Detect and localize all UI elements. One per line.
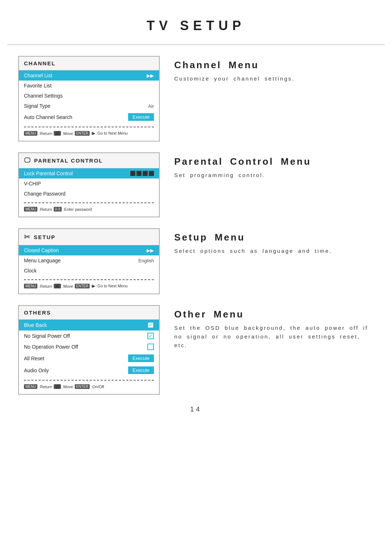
all-reset-item[interactable]: All Reset Execute [19,352,159,364]
parental-footer: MENU :Return 0-9 :Enter password [19,205,159,213]
no-signal-label: No Signal Power Off [24,333,147,339]
main-layout: CHANNEL Channel List ▶▶ Favorite List Ch… [7,56,385,395]
channel-settings-item[interactable]: Channel Settings [19,91,159,101]
vchip-label: V-CHIP [24,181,154,186]
others-desc: Other Menu Set the OSD blue background, … [174,305,374,350]
audio-only-execute[interactable]: Execute [128,366,154,374]
signal-type-label: Signal Type [24,103,148,109]
menu-language-label: Menu Language [24,258,138,263]
setup-panel: ✂ SETUP Closed Caption ▶▶ Menu Language … [18,228,160,294]
parental-label: PARENTAL CONTROL [34,157,103,164]
setup-section-row: ✂ SETUP Closed Caption ▶▶ Menu Language … [18,228,374,294]
others-footer: MENU :Return ⬛ :Move ENTER :On/Off [19,383,159,390]
page-title: TV SETUP [7,7,385,45]
vchip-item[interactable]: V-CHIP [19,178,159,189]
clock-item[interactable]: Clock [19,266,159,276]
favorite-list-item[interactable]: Favorite List [19,81,159,91]
menu-key-o: MENU [24,384,37,389]
move-key-o: ⬛ [54,384,61,389]
closed-caption-arrow: ▶▶ [147,248,154,253]
others-section-row: OTHERS Blue Back ✓ No Signal Power Off ✓… [18,305,374,395]
others-panel: OTHERS Blue Back ✓ No Signal Power Off ✓… [18,305,160,395]
setup-desc-title: Setup Menu [174,232,374,243]
channel-desc: Channel Menu Customize your channel sett… [174,56,374,83]
channel-header: CHANNEL [19,57,159,70]
others-label: OTHERS [24,309,51,316]
parental-divider [24,202,154,203]
parental-desc-text: Set programming control. [174,171,374,180]
channel-desc-title: Channel Menu [174,59,374,71]
no-signal-item[interactable]: No Signal Power Off ✓ [19,331,159,341]
lock-square-4 [149,171,154,176]
channel-section-row: CHANNEL Channel List ▶▶ Favorite List Ch… [18,56,374,141]
lock-parental-item[interactable]: Lock Parental Control [19,168,159,178]
parental-section-row: 🖵 PARENTAL CONTROL Lock Parental Control… [18,152,374,217]
menu-key-p: MENU [24,207,37,212]
lock-icons [130,171,154,176]
channel-desc-text: Customize your channel settings. [174,74,374,83]
favorite-list-label: Favorite List [24,83,154,89]
auto-channel-label: Auto Channel Search [24,114,128,120]
change-password-item[interactable]: Change Password [19,189,159,199]
channel-panel: CHANNEL Channel List ▶▶ Favorite List Ch… [18,56,160,141]
audio-only-label: Audio Only [24,368,128,373]
channel-list-arrow: ▶▶ [147,73,154,78]
channel-divider [24,127,154,127]
blue-back-label: Blue Back [24,322,147,328]
setup-desc: Setup Menu Select options such as langua… [174,228,374,255]
change-password-label: Change Password [24,191,154,197]
closed-caption-label: Closed Caption [24,247,147,253]
menu-key-s: MENU [24,284,37,288]
parental-panel: 🖵 PARENTAL CONTROL Lock Parental Control… [18,152,160,217]
all-reset-label: All Reset [24,356,128,361]
lock-parental-label: Lock Parental Control [24,171,130,176]
others-header: OTHERS [19,306,159,320]
others-desc-text: Set the OSD blue background, the auto po… [174,324,374,350]
scissors-icon: ✂ [24,233,31,241]
num-key: 0-9 [54,207,62,212]
clock-label: Clock [24,268,154,274]
channel-list-item[interactable]: Channel List ▶▶ [19,70,159,81]
no-operation-item[interactable]: No Operation Power Off [19,341,159,352]
lock-square-3 [143,171,148,176]
auto-channel-execute[interactable]: Execute [128,113,154,121]
channel-settings-label: Channel Settings [24,93,154,99]
enter-key: ⬛ [54,131,61,136]
setup-desc-text: Select options such as language and time… [174,247,374,255]
enter-key-o: ENTER [75,384,90,389]
parental-desc: Parental Control Menu Set programming co… [174,152,374,180]
audio-only-item[interactable]: Audio Only Execute [19,364,159,376]
enter-key2: ENTER [75,131,90,136]
others-desc-title: Other Menu [174,309,374,320]
blue-back-checkbox[interactable]: ✓ [147,322,154,328]
signal-type-item[interactable]: Signal Type Air [19,101,159,111]
others-divider [24,380,154,381]
parental-icon: 🖵 [24,157,31,164]
closed-caption-item[interactable]: Closed Caption ▶▶ [19,245,159,255]
move-key-s: ⬛ [54,284,61,288]
no-operation-label: No Operation Power Off [24,344,147,350]
signal-type-value: Air [148,103,154,109]
no-operation-checkbox[interactable] [147,344,154,350]
channel-label: CHANNEL [24,60,56,66]
all-reset-execute[interactable]: Execute [128,354,154,362]
channel-footer: MENU :Return ⬛ :Move ENTER /▶ :Go to Nex… [19,130,159,137]
enter-key-s: ENTER [75,284,90,288]
channel-list-label: Channel List [24,73,147,78]
menu-language-item[interactable]: Menu Language English [19,255,159,266]
setup-label: SETUP [34,234,56,240]
lock-square-1 [130,171,135,176]
parental-header: 🖵 PARENTAL CONTROL [19,153,159,168]
auto-channel-item[interactable]: Auto Channel Search Execute [19,111,159,123]
page-number: 14 [7,406,385,420]
lock-square-2 [136,171,142,176]
setup-footer: MENU :Return ⬛ :Move ENTER /▶ :Go to Nex… [19,282,159,290]
parental-desc-title: Parental Control Menu [174,156,374,167]
setup-divider [24,279,154,280]
blue-back-item[interactable]: Blue Back ✓ [19,320,159,331]
menu-language-value: English [138,258,154,263]
menu-key: MENU [24,131,37,136]
setup-header: ✂ SETUP [19,229,159,245]
no-signal-checkbox[interactable]: ✓ [147,333,154,339]
